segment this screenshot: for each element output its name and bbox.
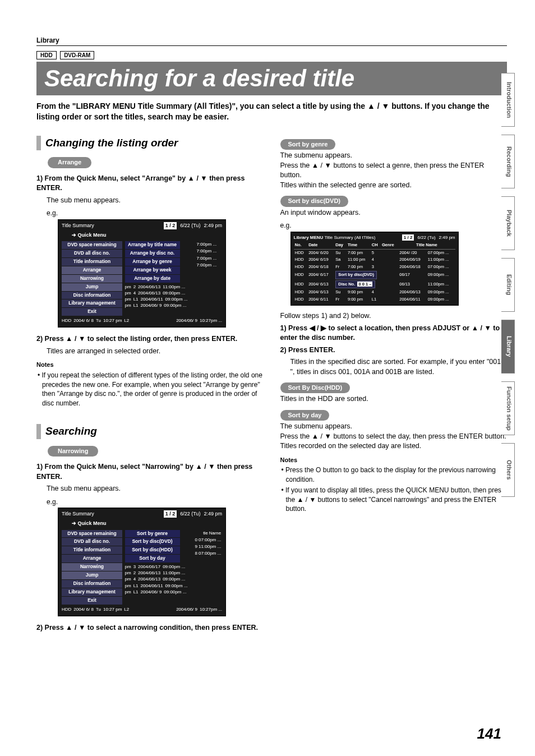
sub-item: Sort by disc(HDD) xyxy=(125,546,180,554)
osd1-title: Title Summary xyxy=(62,222,94,229)
menu-item: Exit xyxy=(62,308,122,316)
menu-item: DVD space remaining xyxy=(62,241,122,249)
dvd-follow: Follow steps 1) and 2) below. xyxy=(280,311,508,321)
arrange-step2-sub: Titles are arranged in selected order. xyxy=(47,347,264,357)
table-row: HDD2004/ 6/19Sa11:00 pm42004/06/1911:00p… xyxy=(294,256,455,264)
osd1-footer-row: HDD2004/ 6/ 8Tu10:27 pmL22004/06/ 910:27… xyxy=(62,317,222,324)
tag-dvdram: DVD-RAM xyxy=(60,51,94,59)
osd-narrowing: Title Summary 1 / 2 6/22 (Tu) 2:49 pm Qu… xyxy=(58,508,226,616)
narrow-step2: 2) Press ▲ / ▼ to select a narrowing con… xyxy=(36,623,264,633)
narrow-step1: 1) From the Quick Menu, select "Narrowin… xyxy=(36,462,264,482)
data-row: pm22004/06/1311:00pm ... xyxy=(125,570,188,576)
table-row: HDD2004/ 6/18Fr7:00 pm32004/06/1807:00pm… xyxy=(294,264,455,271)
eg-label-2: e.g. xyxy=(47,497,264,507)
heading-searching: Searching xyxy=(36,424,264,439)
data-row: pmL12004/06/1109:00pm ... xyxy=(125,296,188,302)
menu-item: Disc information xyxy=(62,580,122,588)
menu-item: DVD all disc no. xyxy=(62,250,122,257)
osd1-submenu: Arrange by title name Arrange by disc no… xyxy=(125,241,188,308)
menu-item: DVD all disc no. xyxy=(62,538,122,546)
pill-arrange: Arrange xyxy=(48,157,91,168)
osd1-menu: DVD space remaining DVD all disc no. Tit… xyxy=(62,241,122,316)
pill-sort-dvd: Sort by disc(DVD) xyxy=(280,196,349,206)
data-row: pmL12004/06/1109:00pm ... xyxy=(125,583,188,589)
menu-item: Arrange xyxy=(62,266,122,274)
arrange-step2: 2) Press ▲ / ▼ to select the listing ord… xyxy=(36,334,264,344)
notes-heading-1: Notes xyxy=(36,361,264,369)
narrow-step1-sub: The sub menu appears. xyxy=(47,484,264,494)
osd1-quickmenu: Quick Menu xyxy=(72,232,107,239)
menu-item: Arrange xyxy=(62,555,122,563)
osd-arrange: Title Summary 1 / 2 6/22 (Tu) 2:49 pm Qu… xyxy=(58,219,226,328)
table-row: HDD2004/ 6/11Fr9:00 pmL12004/06/1109:00p… xyxy=(294,296,455,303)
dvd-text1: An input window appears. xyxy=(280,208,508,218)
page-title: Searching for a desired title xyxy=(36,62,507,95)
osd1-page: 1 / 2 xyxy=(164,222,177,229)
dvd-step2-body: Titles in the specified disc are sorted.… xyxy=(290,357,508,377)
menu-item: Library management xyxy=(62,299,122,307)
osd3-page: 1 / 2 xyxy=(402,234,414,241)
osd3-time: 2:49 pm xyxy=(439,234,455,241)
eg-label-3: e.g. xyxy=(280,221,508,231)
sub-item: Sort by day xyxy=(125,555,180,563)
menu-item: Disc information xyxy=(62,292,122,299)
sub-item: Arrange by title name xyxy=(125,241,180,249)
tab-recording[interactable]: Recording xyxy=(501,135,515,188)
side-tabs: Introduction Recording Playback Editing … xyxy=(501,73,515,497)
osd3-sub: Title Summary (All tTitles) xyxy=(324,235,375,240)
osd1-date: 6/22 (Tu) xyxy=(180,222,200,229)
hdd-text1: Titles in the HDD are sorted. xyxy=(280,394,508,404)
menu-item: Title information xyxy=(62,258,122,266)
menu-item: Narrowing xyxy=(62,563,122,571)
data-row: pm42004/06/1309:00pm ... xyxy=(125,290,188,296)
tab-library[interactable]: Library xyxy=(501,320,515,374)
eg-label-1: e.g. xyxy=(47,209,264,218)
osd2-time: 2:49 pm xyxy=(204,510,222,518)
note-item: • If you want to display all titles, pre… xyxy=(286,486,508,514)
note-item: • Press the O button to go back to the d… xyxy=(286,465,508,485)
heading-changing-order: Changing the listing order xyxy=(36,136,264,151)
sub-item: Sort by genre xyxy=(125,530,180,538)
osd2-page: 1 / 2 xyxy=(164,510,177,518)
tab-introduction[interactable]: Introduction xyxy=(501,73,515,127)
sub-item: Arrange by genre xyxy=(125,258,180,266)
table-row: HDD2004/ 6/13Disc No. 0 0 1 –06/1311:00p… xyxy=(294,280,455,289)
data-row: pmL12004/06/ 909:00pm ... xyxy=(125,589,188,595)
menu-item: Jump xyxy=(62,283,122,291)
arrange-step1: 1) From the Quick Menu, select "Arrange"… xyxy=(36,174,264,193)
tab-playback[interactable]: Playback xyxy=(501,196,515,250)
data-row: pm32004/06/1709:00pm ... xyxy=(125,564,188,570)
genre-text3: Titles within the selected genre are sor… xyxy=(280,181,508,191)
osd2-date: 6/22 (Tu) xyxy=(180,510,200,518)
osd2-footer-row: HDD2004/ 6/ 8Tu10:27 pmL22004/06/ 910:27… xyxy=(62,606,222,612)
pill-sort-hdd: Sort By Disc(HDD) xyxy=(280,382,350,393)
osd2-menu: DVD space remaining DVD all disc no. Tit… xyxy=(62,529,122,605)
osd1-sidevals: 7:00pm ... 7:00pm ... 7:00pm ... 7:00pm … xyxy=(190,241,216,268)
tab-function-setup[interactable]: Function setup xyxy=(501,381,515,435)
data-row: pm42004/06/1309:00pm ... xyxy=(125,576,188,582)
pill-sort-day: Sort by day xyxy=(280,410,330,421)
genre-text2: Press the ▲ / ▼ buttons to select a genr… xyxy=(280,161,508,181)
tab-editing[interactable]: Editing xyxy=(501,258,515,312)
menu-item: Exit xyxy=(62,597,122,605)
table-row: HDD2004/ 6/13Su9:00 pm42004/06/1309:00pm… xyxy=(294,289,455,296)
sub-item: Arrange by week xyxy=(125,266,180,274)
osd3-date: 6/22 (Tu) xyxy=(417,234,435,241)
menu-item: Narrowing xyxy=(62,275,122,283)
media-tags: HDD DVD-RAM xyxy=(36,49,507,59)
data-row: pm22004/06/1311:00pm ... xyxy=(125,284,188,290)
data-row: pmL12004/06/ 909:00pm ... xyxy=(125,302,188,308)
page-number: 141 xyxy=(477,725,501,743)
dvd-step1: 1) Press ◀ / ▶ to select a location, the… xyxy=(280,324,508,343)
day-text3: Titles recorded on the selected day are … xyxy=(280,441,508,451)
section-header: Library xyxy=(36,36,507,46)
osd-disc: Library MENU Title Summary (All tTitles)… xyxy=(290,232,459,306)
tab-others[interactable]: Others xyxy=(501,443,515,497)
pill-narrowing: Narrowing xyxy=(48,446,98,457)
right-column: Sort by genre The submenu appears. Press… xyxy=(280,136,508,635)
day-text1: The submenu appears. xyxy=(280,422,508,432)
genre-text1: The submenu appears. xyxy=(280,151,508,161)
sub-item: Sort by disc(DVD) xyxy=(125,538,180,546)
menu-item: Library management xyxy=(62,588,122,596)
note-item: • If you repeat the selection of differe… xyxy=(42,371,264,408)
